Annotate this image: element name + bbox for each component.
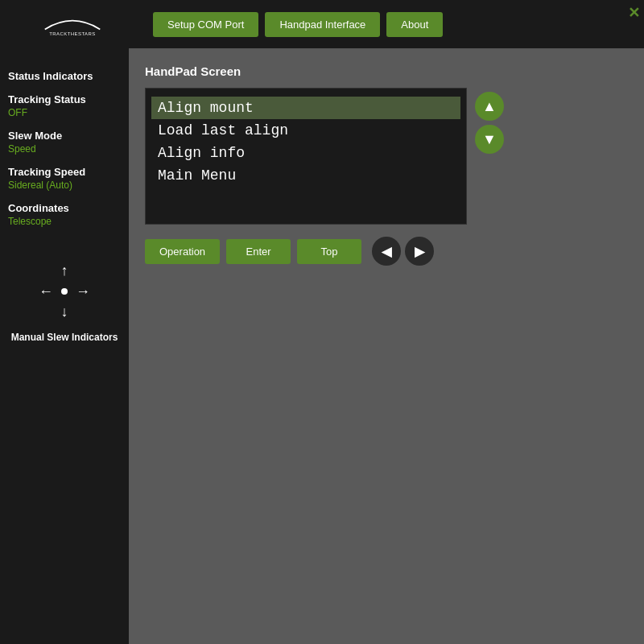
bottom-navigation: Operation Enter Top ◀ ▶ — [145, 237, 628, 266]
right-arrow-icon: → — [76, 283, 90, 300]
tracking-status-label: Tracking Status — [8, 93, 121, 105]
screen-item-0[interactable]: Align mount — [151, 97, 460, 119]
right-button[interactable]: ▶ — [405, 237, 434, 266]
screen-item-2[interactable]: Align info — [158, 142, 454, 164]
tracking-speed-value: Sidereal (Auto) — [8, 180, 121, 191]
handpad-screen-container: Align mount Load last align Align info M… — [145, 88, 628, 225]
handpad-screen-title: HandPad Screen — [145, 64, 628, 78]
scroll-up-button[interactable]: ▲ — [475, 92, 504, 121]
center-dot — [61, 288, 68, 295]
slew-indicator: ↑ ↓ ← → Manual Slew Indicators — [8, 259, 121, 343]
left-arrow-icon: ← — [39, 283, 53, 300]
screen-item-1[interactable]: Load last align — [158, 119, 454, 142]
left-button[interactable]: ◀ — [372, 237, 401, 266]
about-button[interactable]: About — [386, 12, 443, 37]
tracking-speed-label: Tracking Speed — [8, 166, 121, 178]
lr-buttons: ◀ ▶ — [372, 237, 434, 266]
header: TRACKTHESTARS Setup COM Port Handpad Int… — [0, 0, 644, 48]
up-arrow-icon: ↑ — [61, 262, 68, 279]
slew-mode-value: Speed — [8, 143, 121, 155]
status-indicators-title: Status Indicators — [8, 70, 121, 82]
top-button[interactable]: Top — [297, 239, 361, 264]
setup-com-port-button[interactable]: Setup COM Port — [153, 12, 258, 37]
logo-area: TRACKTHESTARS — [8, 12, 137, 36]
slew-mode-label: Slew Mode — [8, 130, 121, 142]
enter-button[interactable]: Enter — [226, 239, 291, 264]
coordinates-label: Coordinates — [8, 202, 121, 214]
slew-horizontal: ← → — [32, 283, 97, 299]
screen-item-3[interactable]: Main Menu — [158, 164, 454, 187]
logo-icon: TRACKTHESTARS — [32, 12, 113, 36]
manual-slew-label: Manual Slew Indicators — [11, 332, 118, 343]
handpad-screen: Align mount Load last align Align info M… — [145, 88, 467, 225]
header-buttons: Setup COM Port Handpad Interface About — [153, 12, 443, 37]
slew-cross: ↑ ↓ ← → — [32, 259, 97, 324]
operation-button[interactable]: Operation — [145, 239, 220, 264]
content-area: HandPad Screen Align mount Load last ali… — [129, 48, 644, 644]
main-layout: Status Indicators Tracking Status OFF Sl… — [0, 48, 644, 644]
coordinates-value: Telescope — [8, 216, 121, 227]
close-icon[interactable]: ✕ — [628, 4, 640, 22]
scroll-down-button[interactable]: ▼ — [475, 125, 504, 154]
down-arrow-icon: ↓ — [61, 303, 68, 320]
sidebar: Status Indicators Tracking Status OFF Sl… — [0, 48, 129, 644]
updown-buttons: ▲ ▼ — [475, 92, 504, 154]
handpad-interface-button[interactable]: Handpad Interface — [265, 12, 380, 37]
svg-text:TRACKTHESTARS: TRACKTHESTARS — [49, 31, 95, 36]
tracking-status-value: OFF — [8, 107, 121, 118]
